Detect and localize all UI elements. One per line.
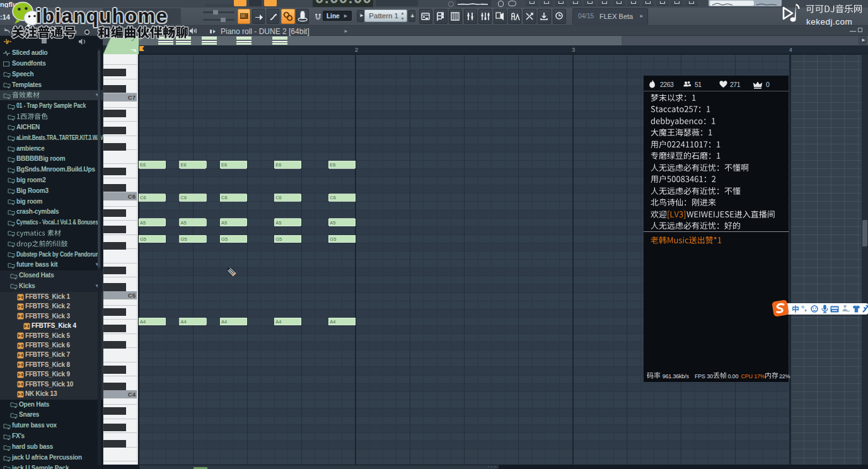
svg-text:G5: G5 — [140, 236, 146, 242]
svg-text:C6: C6 — [330, 195, 336, 200]
svg-text:A4: A4 — [181, 319, 187, 325]
svg-text:A4: A4 — [221, 319, 227, 325]
svg-text:A5: A5 — [221, 220, 227, 226]
svg-text:C6: C6 — [181, 195, 187, 200]
svg-text:G5: G5 — [181, 236, 187, 242]
svg-text:C4: C4 — [128, 391, 136, 398]
svg-text:A4: A4 — [330, 319, 335, 325]
svg-text:E6: E6 — [275, 162, 281, 168]
svg-text:A5: A5 — [181, 220, 187, 226]
svg-text:A5: A5 — [140, 220, 146, 226]
svg-text:C6: C6 — [128, 193, 136, 200]
svg-text:A5: A5 — [330, 220, 335, 226]
svg-text:A5: A5 — [275, 220, 281, 226]
svg-text:G5: G5 — [275, 236, 282, 242]
svg-text:C6: C6 — [140, 195, 146, 200]
svg-text:G5: G5 — [221, 236, 228, 242]
svg-text:G5: G5 — [330, 236, 336, 242]
svg-text:E6: E6 — [140, 162, 146, 168]
svg-text:A4: A4 — [275, 319, 281, 325]
svg-text:C7: C7 — [128, 94, 136, 101]
svg-text:E6: E6 — [181, 162, 187, 168]
svg-text:A4: A4 — [140, 319, 146, 325]
svg-text:E6: E6 — [221, 162, 227, 168]
svg-text:C5: C5 — [128, 292, 136, 299]
svg-text:C6: C6 — [275, 195, 282, 200]
svg-text:C6: C6 — [221, 195, 228, 200]
svg-text:E6: E6 — [330, 162, 335, 168]
